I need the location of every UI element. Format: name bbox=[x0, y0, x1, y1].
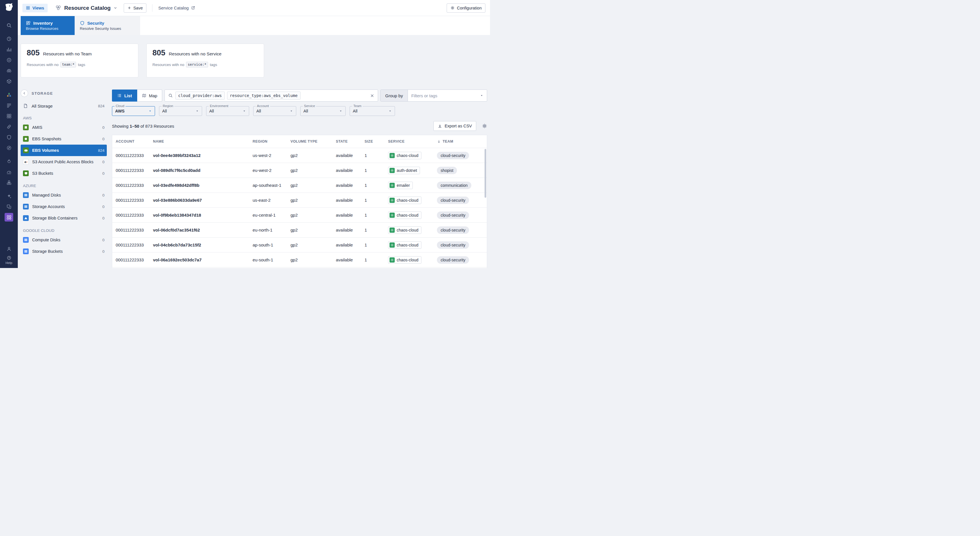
sidebar-item-ebs-snapshots[interactable]: EBS Snapshots0 bbox=[21, 133, 107, 145]
card-no-service[interactable]: 805 Resources with no Service Resources … bbox=[146, 44, 264, 78]
dashboards-icon[interactable] bbox=[5, 111, 13, 120]
team-badge[interactable]: cloud-security bbox=[437, 241, 469, 249]
table-scrollbar[interactable] bbox=[485, 149, 486, 198]
cell-name[interactable]: vol-0f9b6eb1384347d18 bbox=[150, 213, 249, 218]
tab-security[interactable]: Security Resolve Security Issues bbox=[75, 16, 140, 35]
infrastructure-icon[interactable] bbox=[5, 77, 13, 86]
workflows-icon[interactable] bbox=[5, 202, 13, 211]
integrations-icon[interactable] bbox=[5, 122, 13, 131]
table-settings-gear-icon[interactable] bbox=[482, 123, 487, 129]
collapse-sidebar-button[interactable] bbox=[21, 89, 28, 97]
sidebar-item-storage-buckets[interactable]: Storage Buckets0 bbox=[21, 246, 107, 257]
table-row[interactable]: 000111222333vol-06dcf0d7ac3541f62eu-nort… bbox=[112, 223, 487, 237]
service-chip[interactable]: chaos-cloud bbox=[388, 212, 422, 219]
list-view-button[interactable]: List bbox=[112, 89, 137, 102]
cell-name[interactable]: vol-0ee4e389bf3243a12 bbox=[150, 153, 249, 158]
page-title-group[interactable]: Resource Catalog bbox=[55, 5, 118, 11]
monitors-icon[interactable] bbox=[5, 56, 13, 64]
filter-team[interactable]: TeamAll bbox=[350, 106, 395, 116]
filter-service[interactable]: ServiceAll bbox=[300, 106, 345, 116]
sidebar-item-compute-disks[interactable]: Compute Disks0 bbox=[21, 234, 107, 246]
configuration-button[interactable]: Configuration bbox=[447, 3, 485, 13]
metrics-icon[interactable] bbox=[5, 45, 13, 54]
resource-catalog-icon[interactable] bbox=[5, 213, 13, 221]
security-icon[interactable] bbox=[5, 133, 13, 142]
column-header-volume-type[interactable]: VOLUME TYPE bbox=[287, 140, 332, 143]
column-header-state[interactable]: STATE bbox=[332, 140, 361, 143]
team-badge[interactable]: cloud-security bbox=[437, 152, 469, 159]
export-csv-button[interactable]: Export as CSV bbox=[433, 121, 476, 131]
team-badge[interactable]: cloud-security bbox=[437, 226, 469, 234]
sidebar-item-all-storage[interactable]: All Storage 824 bbox=[21, 100, 107, 111]
sidebar-item-storage-blob-containers[interactable]: Storage Blob Containers0 bbox=[21, 212, 107, 224]
team-badge[interactable]: communication bbox=[437, 181, 471, 189]
clear-search-icon[interactable] bbox=[370, 94, 374, 98]
filter-account[interactable]: AccountAll bbox=[253, 106, 296, 116]
team-badge[interactable]: cloud-security bbox=[437, 212, 469, 219]
card-no-team[interactable]: 805 Resources with no Team Resources wit… bbox=[21, 44, 138, 78]
table-row[interactable]: 000111222333vol-03e886b0633da9e67us-east… bbox=[112, 192, 487, 207]
search-input[interactable]: cloud_provider:awsresource_type:aws_ebs_… bbox=[164, 89, 378, 102]
profiling-icon[interactable] bbox=[5, 157, 13, 165]
ci-icon[interactable] bbox=[5, 178, 13, 187]
filter-region[interactable]: RegionAll bbox=[159, 106, 202, 116]
service-chip[interactable]: chaos-cloud bbox=[388, 256, 422, 264]
table-row[interactable]: 000111222333vol-03edfe498d42dff8bap-sout… bbox=[112, 178, 487, 192]
service-chip[interactable]: chaos-cloud bbox=[388, 152, 422, 159]
column-header-region[interactable]: REGION bbox=[249, 140, 287, 143]
service-chip[interactable]: auth-dotnet bbox=[388, 167, 420, 174]
history-icon[interactable] bbox=[5, 35, 13, 43]
service-chip[interactable]: chaos-cloud bbox=[388, 197, 422, 204]
watchdog-icon[interactable] bbox=[5, 66, 13, 75]
cell-name[interactable]: vol-03e886b0633da9e67 bbox=[150, 198, 249, 203]
sidebar-item-s3-buckets[interactable]: S3 Buckets0 bbox=[21, 168, 107, 179]
datadog-logo[interactable] bbox=[3, 2, 15, 14]
service-chip[interactable]: chaos-cloud bbox=[388, 241, 422, 249]
service-map-icon[interactable] bbox=[5, 91, 13, 99]
service-chip[interactable]: emailer bbox=[388, 181, 413, 189]
table-row[interactable]: 000111222333vol-04cb6cb7da73c15f2ap-sout… bbox=[112, 237, 487, 252]
save-button[interactable]: Save bbox=[124, 3, 146, 13]
table-row[interactable]: 000111222333vol-06a1692ec503dc7a7eu-sout… bbox=[112, 252, 487, 267]
cell-name[interactable]: vol-089dfc7f6c5cd0add bbox=[150, 168, 249, 173]
team-badge[interactable]: cloud-security bbox=[437, 256, 469, 264]
search-token[interactable]: resource_type:aws_ebs_volume bbox=[227, 92, 301, 100]
column-header-account[interactable]: ACCOUNT bbox=[112, 140, 150, 143]
sidebar-item-managed-disks[interactable]: Managed Disks0 bbox=[21, 189, 107, 201]
views-button[interactable]: Views bbox=[22, 4, 48, 12]
sparkle-icon[interactable] bbox=[5, 192, 13, 200]
column-header-name[interactable]: NAME bbox=[150, 140, 249, 143]
user-icon[interactable] bbox=[5, 245, 13, 253]
column-header-team[interactable]: TEAM bbox=[433, 140, 487, 143]
cell-name[interactable]: vol-04cb6cb7da73c15f2 bbox=[150, 242, 249, 247]
cell-name[interactable]: vol-06dcf0d7ac3541f62 bbox=[150, 227, 249, 232]
chevron-down-icon[interactable] bbox=[113, 6, 118, 10]
logs-icon[interactable] bbox=[5, 101, 13, 110]
help-button[interactable]: Help bbox=[5, 255, 12, 264]
service-icon bbox=[390, 258, 395, 262]
filter-environment[interactable]: EnvironmentAll bbox=[206, 106, 249, 116]
filter-cloud[interactable]: CloudAWS bbox=[112, 106, 155, 116]
search-token[interactable]: cloud_provider:aws bbox=[175, 92, 225, 100]
sidebar-item-storage-accounts[interactable]: Storage Accounts0 bbox=[21, 201, 107, 212]
sidebar-item-amis[interactable]: AMIS0 bbox=[21, 122, 107, 133]
team-badge[interactable]: cloud-security bbox=[437, 197, 469, 204]
column-header-size[interactable]: SIZE bbox=[361, 140, 385, 143]
sidebar-item-ebs-volumes[interactable]: EBS Volumes824 bbox=[21, 145, 107, 156]
service-chip[interactable]: chaos-cloud bbox=[388, 226, 422, 234]
slo-icon[interactable] bbox=[5, 168, 13, 176]
column-header-service[interactable]: SERVICE bbox=[385, 140, 433, 143]
cell-name[interactable]: vol-03edfe498d42dff8b bbox=[150, 183, 249, 188]
team-badge[interactable]: shopist bbox=[437, 167, 457, 174]
group-by-select[interactable]: Filters or tags bbox=[408, 90, 487, 101]
sidebar-item-s3-account-public-access-blocks[interactable]: aS3 Account Public Access Blocks0 bbox=[21, 156, 107, 168]
table-row[interactable]: 000111222333vol-0ee4e389bf3243a12us-west… bbox=[112, 148, 487, 163]
table-row[interactable]: 000111222333vol-0f9b6eb1384347d18eu-cent… bbox=[112, 207, 487, 223]
map-view-button[interactable]: Map bbox=[137, 89, 162, 102]
search-icon[interactable] bbox=[5, 21, 13, 30]
tab-inventory[interactable]: Inventory Browse Resources bbox=[21, 16, 75, 35]
synthetics-icon[interactable] bbox=[5, 143, 13, 152]
table-row[interactable]: 000111222333vol-089dfc7f6c5cd0addeu-west… bbox=[112, 163, 487, 178]
service-catalog-link[interactable]: Service Catalog bbox=[158, 5, 195, 10]
cell-name[interactable]: vol-06a1692ec503dc7a7 bbox=[150, 258, 249, 262]
